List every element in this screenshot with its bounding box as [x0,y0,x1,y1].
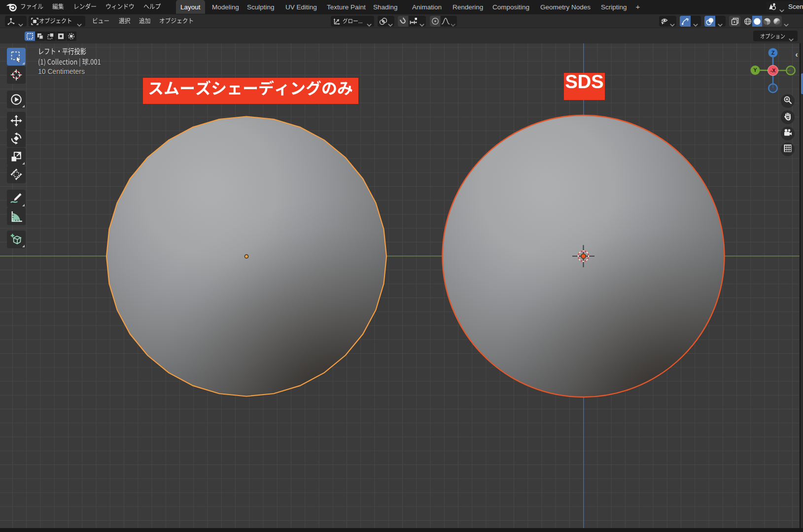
workspace-tab-label: Texture Paint [327,3,366,11]
scene-browse-button[interactable] [766,1,786,12]
gizmo-axis-x-neg[interactable]: -X [768,66,778,76]
mode-selector[interactable]: オブジェクト [29,16,85,27]
options-label: オプション [760,33,786,40]
shading-rendered-icon [773,17,781,28]
select-mode-invert-icon [57,33,65,42]
shading-solid-icon [753,17,762,28]
show-object-types-selector[interactable] [659,16,676,27]
svg-text:Z: Z [771,50,775,56]
workspace-tab-sculpting[interactable]: Sculpting [243,0,279,14]
snap-increment-icon [410,17,419,27]
snap-target-selector[interactable] [409,16,426,27]
navigation-gizmo[interactable]: Z Y -X [748,47,798,96]
header-menu-view[interactable]: ビュー [92,17,111,25]
workspace-tab-uv-editing[interactable]: UV Editing [281,0,321,14]
gizmo-axis-z-neg[interactable] [768,84,777,93]
orientation-global-icon [333,17,341,28]
gizmo-options-button[interactable] [691,16,701,27]
workspace-tab-label: Layout [180,3,201,11]
select-mode-invert[interactable] [56,32,67,41]
gizmo-axis-y[interactable]: Y [751,66,760,75]
workspace-tab-layout[interactable]: Layout [176,0,205,14]
options-label-glyphs [760,33,786,40]
tool-rotate-icon [10,132,23,147]
tool-tweak[interactable] [7,91,26,108]
gizmo-axis-z[interactable]: Z [768,48,778,58]
view-name-glyphs [38,47,87,57]
select-mode-intersect[interactable] [67,32,77,41]
pan-button[interactable] [781,110,795,124]
header-menu-select-glyphs [119,17,132,25]
shading-solid-button[interactable] [752,16,762,27]
proportional-falloff-selector[interactable] [441,16,457,27]
xray-toggle[interactable] [729,16,740,27]
origin-dot[interactable] [244,255,248,258]
editor-type-button[interactable] [5,16,27,27]
zoom-icon [783,96,792,106]
add-tab-label: + [636,2,640,11]
hand-icon [783,112,792,123]
projection-toggle-button[interactable] [781,142,795,156]
tool-measure[interactable] [7,207,26,225]
tool-cursor[interactable] [7,66,26,84]
transform-orientation-selector[interactable]: グロー... [331,16,374,27]
blender-logo-icon[interactable] [6,2,18,14]
scene-name-text: Scen [788,3,803,10]
workspace-tab-scripting[interactable]: Scripting [596,0,631,14]
tool-move-icon [10,114,23,129]
viewport-canvas[interactable] [0,43,803,528]
workspace-tab-modeling[interactable]: Modeling [208,0,244,14]
tool-rotate[interactable] [7,130,26,147]
workspace-tab-shading[interactable]: Shading [369,0,402,14]
workspace-tab-compositing[interactable]: Compositing [488,0,534,14]
topbar-menu-window[interactable]: ウィンドウ [105,2,136,11]
show-overlays-toggle[interactable] [704,16,715,27]
workspace-tab-geometry-nodes[interactable]: Geometry Nodes [536,0,595,14]
scene-name-field[interactable]: Scen [786,1,803,12]
tool-scale[interactable] [7,148,26,166]
view-name: レフト・平行投影 [38,47,87,57]
workspace-tab-texture-paint[interactable]: Texture Paint [322,0,370,14]
options-dropdown[interactable]: オプション [753,31,798,41]
tool-tweak-icon [10,93,23,108]
camera-view-button[interactable] [781,127,795,140]
snap-toggle[interactable] [398,16,408,27]
topbar-menu-render[interactable]: レンダー [73,2,98,11]
pivot-point-selector[interactable] [378,16,394,27]
workspace-tab-animation[interactable]: Animation [408,0,446,14]
gizmo-axis-y-neg[interactable] [786,66,795,75]
shading-rendered-button[interactable] [772,16,782,27]
topbar-menu-edit[interactable]: 編集 [52,2,65,11]
tool-select-box-flyout-indicator [22,62,25,65]
scene-icon [768,2,777,13]
header-menu-object[interactable]: オブジェクト [159,17,195,25]
workspace-tab-add-button[interactable]: + [632,0,644,14]
overlays-options-button[interactable] [715,16,726,27]
sphere-smooth-only[interactable] [106,117,386,397]
topbar-menu-help[interactable]: ヘルプ [143,2,162,11]
tool-add-cube[interactable] [7,231,26,248]
workspace-tab-label: Sculpting [247,3,275,11]
editor-3d-viewport-icon [7,17,15,28]
tool-move[interactable] [7,112,26,130]
zoom-button[interactable] [781,94,795,108]
tool-select-box[interactable] [7,48,26,66]
header-menu-select[interactable]: 選択 [119,17,132,25]
workspace-tab-label: Shading [373,3,398,11]
header-menu-add[interactable]: 追加 [139,17,152,25]
show-gizmo-toggle[interactable] [680,16,691,27]
shading-wireframe-button[interactable] [743,16,752,27]
select-mode-set[interactable] [25,32,35,41]
tool-transform[interactable] [7,166,26,183]
select-mode-extend[interactable] [35,32,45,41]
grid-scale-text: 10 Centimeters [38,67,85,75]
workspace-tab-rendering[interactable]: Rendering [448,0,488,14]
topbar-menu-file[interactable]: ファイル [20,2,44,11]
shading-options-button[interactable] [782,16,791,27]
select-mode-subtract[interactable] [45,32,56,41]
proportional-editing-toggle[interactable] [430,16,440,27]
shading-material-button[interactable] [762,16,772,27]
shading-material-icon [763,17,771,28]
options-chevron-down-icon [789,34,794,43]
tool-annotate[interactable] [7,190,26,207]
